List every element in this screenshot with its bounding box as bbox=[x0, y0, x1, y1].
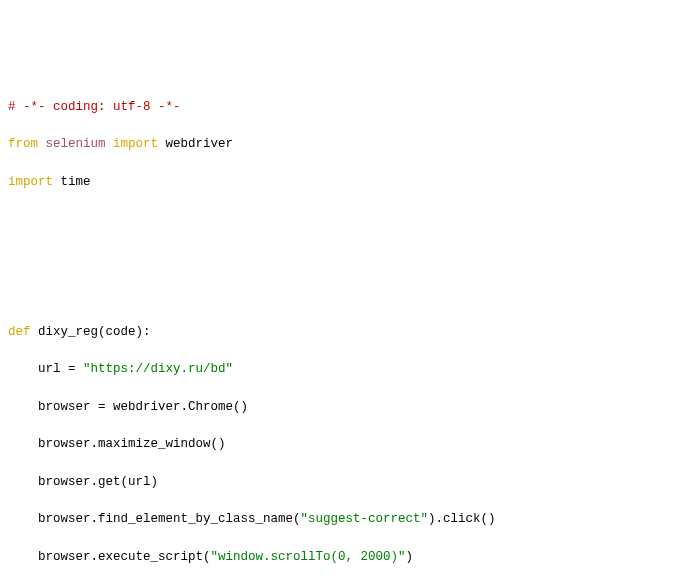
keyword-import: import bbox=[8, 175, 53, 189]
string-literal: "suggest-correct" bbox=[301, 512, 429, 526]
function-signature: dixy_reg(code): bbox=[31, 325, 151, 339]
code: ).click() bbox=[428, 512, 496, 526]
code: url = bbox=[8, 362, 83, 376]
keyword-from: from bbox=[8, 137, 38, 151]
code-line: # -*- coding: utf-8 -*- bbox=[8, 98, 665, 117]
code-line: browser.find_element_by_class_name("sugg… bbox=[8, 510, 665, 529]
code-line: browser.get(url) bbox=[8, 473, 665, 492]
identifier: webdriver bbox=[166, 137, 234, 151]
code-line: browser.execute_script("window.scrollTo(… bbox=[8, 548, 665, 567]
keyword-import: import bbox=[113, 137, 158, 151]
code-editor[interactable]: # -*- coding: utf-8 -*- from selenium im… bbox=[8, 79, 665, 587]
string-literal: "https://dixy.ru/bd" bbox=[83, 362, 233, 376]
code-line: from selenium import webdriver bbox=[8, 135, 665, 154]
identifier: time bbox=[61, 175, 91, 189]
blank-line bbox=[8, 210, 665, 229]
code: browser.find_element_by_class_name( bbox=[8, 512, 301, 526]
string-literal: "window.scrollTo(0, 2000)" bbox=[211, 550, 406, 564]
code: browser.execute_script( bbox=[8, 550, 211, 564]
keyword-def: def bbox=[8, 325, 31, 339]
code: browser.maximize_window() bbox=[8, 437, 226, 451]
code: ) bbox=[406, 550, 414, 564]
code: browser = webdriver.Chrome() bbox=[8, 400, 248, 414]
blank-line bbox=[8, 285, 665, 304]
code: browser.get(url) bbox=[8, 475, 158, 489]
code-line: def dixy_reg(code): bbox=[8, 323, 665, 342]
code-line: browser.maximize_window() bbox=[8, 435, 665, 454]
comment: # -*- coding: utf-8 -*- bbox=[8, 100, 181, 114]
module-name: selenium bbox=[46, 137, 106, 151]
code-line: browser = webdriver.Chrome() bbox=[8, 398, 665, 417]
code-line: import time bbox=[8, 173, 665, 192]
blank-line bbox=[8, 248, 665, 267]
code-line: url = "https://dixy.ru/bd" bbox=[8, 360, 665, 379]
